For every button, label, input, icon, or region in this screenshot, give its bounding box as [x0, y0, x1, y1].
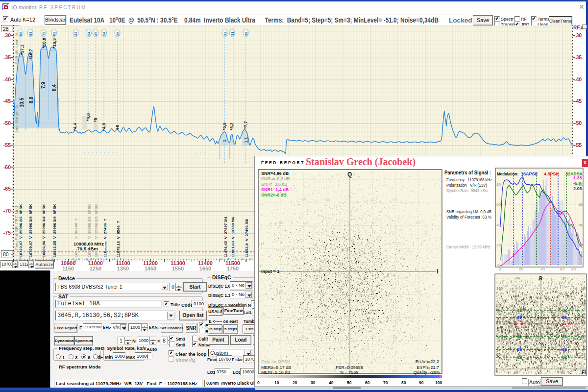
svg-text:10723,07 V 29996 2/3 8PSK: 10723,07 V 29996 2/3 8PSK	[19, 204, 23, 257]
svg-text:-64: -64	[300, 197, 307, 202]
svg-text:32: 32	[562, 308, 567, 313]
svg-text:4: 4	[514, 321, 517, 326]
svg-text:80: 80	[581, 303, 586, 307]
svg-text:64: 64	[416, 289, 420, 294]
svg-text:Linc Margin,db: Linc Margin,db	[14, 105, 19, 132]
svg-text:16: 16	[517, 347, 522, 352]
svg-text:-64: -64	[300, 335, 307, 340]
svg-text:24: 24	[102, 31, 106, 36]
svg-text:Modulation:: Modulation:	[497, 172, 518, 176]
svg-text:-45: -45	[3, 98, 11, 104]
svg-text:100: 100	[581, 286, 588, 291]
svg-text:64: 64	[392, 335, 397, 340]
svg-text:90: 90	[419, 380, 424, 385]
svg-text:100: 100	[435, 380, 442, 385]
svg-text:1550: 1550	[172, 266, 184, 271]
svg-text:-45: -45	[574, 98, 582, 104]
svg-text:*6,5: *6,5	[222, 122, 227, 130]
svg-text:1.38: 1.38	[573, 175, 582, 180]
svg-text:86: 86	[19, 32, 23, 36]
svg-text:60: 60	[496, 202, 501, 207]
svg-text:32: 32	[562, 355, 567, 360]
svg-text:Level,%: Level,%	[14, 32, 19, 48]
svg-text:32: 32	[517, 334, 522, 339]
svg-text:8,4: 8,4	[51, 84, 57, 91]
svg-text:N = 7559: N = 7559	[341, 370, 359, 375]
svg-text:32: 32	[517, 355, 522, 360]
svg-text:-32: -32	[323, 197, 330, 202]
svg-text:70: 70	[383, 380, 388, 385]
svg-text:+5: +5	[115, 125, 120, 130]
svg-text:-55: -55	[574, 142, 582, 148]
svg-text:*17,1: *17,1	[20, 45, 24, 55]
svg-text:SNR,db: SNR,db	[14, 49, 19, 64]
svg-text:10,5: 10,5	[19, 98, 24, 107]
svg-text:11501,63 V 13750 5/6: 11501,63 V 13750 5/6	[231, 217, 235, 257]
svg-text:Quality=-28%: Quality=-28%	[414, 370, 440, 375]
svg-text:-30: -30	[3, 32, 11, 38]
svg-text:16: 16	[562, 315, 567, 320]
svg-text:79: 79	[42, 32, 46, 36]
svg-text:11030,62 V 27496 ?: 11030,62 V 27496 ?	[103, 219, 107, 257]
svg-text:Freq Pol SR FEC Mod: Freq Pol SR FEC Mod	[14, 206, 19, 250]
svg-text:-90: -90	[513, 370, 518, 375]
svg-text:-60: -60	[3, 164, 11, 170]
svg-text:7,9: 7,9	[41, 82, 46, 89]
svg-text:11552,8 V 27496 5/6: 11552,8 V 27496 5/6	[245, 219, 249, 257]
svg-text:40: 40	[496, 223, 501, 227]
svg-text:20: 20	[496, 352, 501, 357]
svg-text:SNR regarding LM 0,0 dB: SNR regarding LM 0,0 dB	[446, 209, 491, 214]
svg-text:10806,56 V 29996 3/4 8PSK: 10806,56 V 29996 3/4 8PSK	[42, 204, 46, 257]
svg-text:Carrier Width 12,89 MHz: Carrier Width 12,89 MHz	[446, 245, 490, 249]
svg-text:0: 0	[539, 370, 542, 375]
svg-text:-40: -40	[3, 76, 11, 82]
svg-text:SNR=4,96 dB: SNR=4,96 dB	[261, 171, 289, 176]
svg-text:-50: -50	[574, 120, 582, 126]
svg-text:32: 32	[223, 32, 227, 36]
svg-text:4,8PSK: 4,8PSK	[544, 172, 560, 176]
svg-text:16APSK: 16APSK	[521, 172, 539, 176]
svg-text:40: 40	[329, 380, 334, 385]
svg-text:1750: 1750	[227, 266, 239, 271]
svg-text:-65: -65	[3, 186, 11, 192]
svg-text:0: 0	[257, 380, 260, 385]
svg-text:10759,07 V 29996 3/4 8PSK: 10759,07 V 29996 3/4 8PSK	[28, 204, 33, 257]
svg-text:MERr=5,16 dB: MERr=5,16 dB	[261, 370, 290, 375]
svg-text:32: 32	[562, 334, 567, 339]
svg-text:Only for QPSK:: Only for QPSK:	[261, 359, 292, 364]
svg-text:*16,7: *16,7	[28, 49, 33, 59]
svg-text:40: 40	[540, 267, 545, 271]
svg-text:*6,2: *6,2	[229, 122, 234, 130]
svg-text:40: 40	[579, 223, 583, 227]
svg-text:50: 50	[347, 380, 352, 385]
svg-text:SNR2=-6 dB: SNR2=-6 dB	[261, 193, 287, 197]
svg-text:64: 64	[392, 197, 397, 202]
svg-text:100: 100	[496, 286, 503, 291]
svg-text:Fi: Fi	[582, 370, 586, 375]
svg-text:32: 32	[369, 289, 374, 294]
svg-text:-79,5 dBm: -79,5 dBm	[75, 246, 98, 251]
svg-text:1350: 1350	[117, 266, 129, 271]
svg-text:-40: -40	[574, 76, 582, 82]
svg-text:-50: -50	[3, 120, 11, 126]
svg-text:80: 80	[496, 303, 501, 307]
svg-text:20: 20	[293, 380, 297, 385]
svg-text:1450: 1450	[145, 266, 156, 271]
svg-text:Validity of Forecast 53 %: Validity of Forecast 53 %	[446, 215, 491, 220]
svg-text:Frequency 11079168 kHz: Frequency 11079168 kHz	[446, 177, 492, 182]
svg-text:Input = 1: Input = 1	[261, 269, 279, 274]
svg-text:-32: -32	[260, 312, 267, 317]
svg-text:11474,45 V 27497 3/4: 11474,45 V 27497 3/4	[223, 217, 228, 257]
svg-text:-70: -70	[3, 208, 11, 214]
svg-text:*4,9: *4,9	[101, 123, 106, 131]
svg-text:20: 20	[579, 243, 583, 247]
svg-text:1: 1	[222, 140, 227, 142]
svg-text:MERa=5,17 dB: MERa=5,17 dB	[261, 365, 291, 370]
svg-text:30: 30	[311, 380, 316, 385]
svg-text:16: 16	[517, 315, 522, 320]
svg-text:Q: Q	[347, 171, 352, 178]
svg-text:SNRr=3,6 dB: SNRr=3,6 dB	[261, 182, 287, 187]
svg-text:-90: -90	[514, 276, 520, 280]
svg-text:8,8: 8,8	[28, 97, 34, 103]
svg-text:1,1: 1,1	[244, 137, 248, 143]
